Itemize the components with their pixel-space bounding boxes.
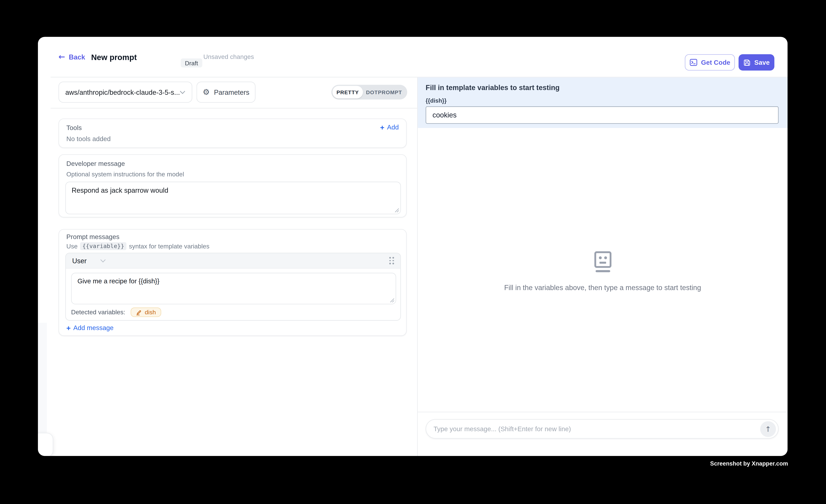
add-message-button[interactable]: + Add message (66, 324, 114, 332)
bot-face-icon (593, 251, 612, 273)
developer-message-card: Developer message Optional system instru… (58, 154, 407, 217)
unsaved-changes-text: Unsaved changes (203, 37, 254, 77)
add-message-label: Add message (73, 324, 114, 332)
hint-suffix: syntax for template variables (129, 242, 210, 250)
get-code-label: Get Code (701, 59, 730, 66)
gear-icon: ⚙ (202, 88, 210, 96)
chat-input-container: ↑ (426, 419, 778, 439)
model-row-divider (51, 108, 417, 109)
parameters-label: Parameters (214, 88, 249, 96)
chevron-down-icon (100, 259, 106, 262)
developer-message-subtitle: Optional system instructions for the mod… (66, 171, 184, 178)
variable-value-input[interactable] (426, 106, 778, 124)
save-button[interactable]: Save (739, 54, 774, 71)
send-arrow-icon: ↑ (765, 425, 771, 433)
cropped-sidebar-strip (38, 323, 47, 433)
save-icon (743, 59, 751, 66)
empty-state-text: Fill in the variables above, then type a… (504, 284, 701, 292)
developer-message-textarea[interactable]: Respond as jack sparrow would (65, 182, 401, 214)
back-button[interactable]: ← Back (58, 37, 85, 77)
parameters-button[interactable]: ⚙ Parameters (196, 82, 255, 103)
chat-input-divider (418, 412, 787, 412)
model-selector-value: aws/anthropic/bedrock-claude-3-5-s... (65, 88, 180, 96)
variables-heading: Fill in template variables to start test… (426, 84, 559, 91)
developer-message-title: Developer message (66, 160, 125, 167)
detected-variables-label: Detected variables: (71, 309, 125, 316)
pencil-icon (136, 309, 141, 315)
app-window: ← Back New prompt Draft Unsaved changes … (38, 37, 787, 456)
tools-title: Tools (66, 124, 82, 132)
view-mode-toggle: PRETTY DOTPROMPT (331, 85, 407, 100)
watermark-text: Screenshot by Xnapper.com (710, 460, 788, 467)
template-variables-section: Fill in template variables to start test… (418, 77, 787, 128)
screenshot-stage: ← Back New prompt Draft Unsaved changes … (0, 0, 826, 504)
page-title: New prompt (91, 37, 137, 77)
hint-variable-code: {{variable}} (80, 242, 126, 250)
role-selector[interactable]: User (72, 257, 106, 265)
chat-message-input[interactable] (433, 420, 728, 438)
toggle-option-pretty[interactable]: PRETTY (333, 86, 363, 98)
save-label: Save (754, 59, 770, 66)
hint-prefix: Use (66, 242, 78, 250)
test-panel: Fill in template variables to start test… (417, 77, 787, 456)
prompt-message-block: User Give me a recipe for {{dish}} (65, 253, 401, 321)
tools-card: Tools + Add No tools added (58, 118, 407, 148)
model-selector[interactable]: aws/anthropic/bedrock-claude-3-5-s... (58, 82, 192, 103)
chevron-down-icon (180, 90, 185, 94)
variable-name-label: {{dish}} (426, 98, 447, 104)
variable-chip-dish[interactable]: dish (130, 308, 161, 317)
chat-empty-state: Fill in the variables above, then type a… (418, 251, 787, 292)
tools-empty-text: No tools added (66, 135, 111, 143)
drag-handle-icon[interactable] (389, 257, 394, 264)
add-tool-label: Add (387, 124, 399, 131)
add-tool-button[interactable]: + Add (380, 124, 399, 131)
variable-syntax-hint: Use {{variable}} syntax for template var… (66, 242, 210, 250)
role-value: User (72, 257, 86, 265)
status-badge: Draft (181, 58, 202, 67)
prompt-messages-card: Prompt messages Use {{variable}} syntax … (58, 229, 407, 336)
plus-icon: + (380, 124, 385, 131)
sidebar-popover (38, 433, 53, 456)
get-code-button[interactable]: Get Code (685, 54, 735, 71)
plus-icon: + (66, 324, 71, 332)
top-bar: ← Back New prompt Draft Unsaved changes … (38, 37, 787, 77)
back-arrow-icon: ← (58, 53, 65, 61)
back-label: Back (69, 53, 85, 61)
toggle-option-dotprompt[interactable]: DOTPROMPT (363, 86, 405, 98)
variable-chip-label: dish (145, 309, 156, 315)
prompt-messages-title: Prompt messages (66, 233, 120, 241)
message-content-textarea[interactable]: Give me a recipe for {{dish}} (71, 273, 396, 304)
message-role-header: User (66, 253, 400, 268)
terminal-icon (689, 58, 697, 66)
detected-variables-row: Detected variables: dish (71, 308, 161, 317)
send-button[interactable]: ↑ (760, 421, 776, 437)
